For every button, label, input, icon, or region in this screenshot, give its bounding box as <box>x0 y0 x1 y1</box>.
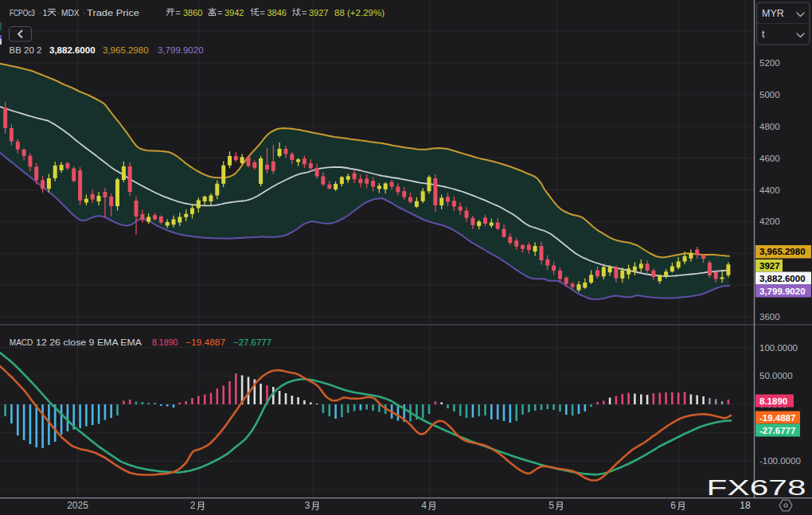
svg-text:·: · <box>57 8 61 18</box>
svg-text:5000: 5000 <box>759 90 780 99</box>
svg-text:5200: 5200 <box>759 58 780 68</box>
svg-text:3: 3 <box>305 500 310 511</box>
svg-text:·: · <box>83 8 86 18</box>
svg-text:4400: 4400 <box>759 185 780 195</box>
svg-text:100.0000: 100.0000 <box>759 343 798 353</box>
svg-text:8.1890: 8.1890 <box>152 337 178 347</box>
svg-text:MYR: MYR <box>762 8 784 19</box>
svg-text:−19.4887: −19.4887 <box>185 337 225 347</box>
svg-text:3846: 3846 <box>267 8 287 18</box>
svg-text:50.0000: 50.0000 <box>759 371 793 380</box>
svg-text:88 (+2.29%): 88 (+2.29%) <box>334 8 385 18</box>
svg-text:MDX: MDX <box>61 8 80 18</box>
svg-text:t: t <box>762 29 765 40</box>
svg-text:3,882.6000: 3,882.6000 <box>759 274 806 283</box>
svg-text:=: = <box>260 8 265 18</box>
svg-text:FCPOc3: FCPOc3 <box>10 8 35 18</box>
svg-text:3927: 3927 <box>309 8 329 18</box>
svg-text:=: = <box>302 8 306 18</box>
svg-text:BB 20 2: BB 20 2 <box>10 45 42 55</box>
svg-text:8.1890: 8.1890 <box>759 396 787 406</box>
svg-text:12 26 close 9 EMA EMA: 12 26 close 9 EMA EMA <box>36 337 142 347</box>
svg-text:MACD: MACD <box>10 337 33 347</box>
svg-text:-100.0000: -100.0000 <box>759 456 801 466</box>
svg-text:6: 6 <box>670 500 676 511</box>
svg-text:3,965.2980: 3,965.2980 <box>103 45 149 55</box>
svg-text:3,882.6000: 3,882.6000 <box>49 45 96 55</box>
svg-text:3600: 3600 <box>759 312 780 322</box>
svg-text:4800: 4800 <box>759 122 780 131</box>
svg-text:1: 1 <box>43 8 48 18</box>
svg-text:·: · <box>39 8 42 18</box>
svg-text:3860: 3860 <box>183 8 203 18</box>
svg-text:3942: 3942 <box>224 8 244 18</box>
svg-text:2025: 2025 <box>67 500 88 511</box>
svg-text:=: = <box>217 8 222 18</box>
svg-text:=: = <box>176 8 181 18</box>
svg-text:3927: 3927 <box>759 261 780 271</box>
svg-text:3,965.2980: 3,965.2980 <box>759 247 806 256</box>
svg-text:2: 2 <box>190 500 196 511</box>
svg-text:Trade Price: Trade Price <box>87 8 139 18</box>
svg-text:−27.6777: −27.6777 <box>233 337 271 347</box>
svg-text:4600: 4600 <box>759 154 780 163</box>
svg-text:5: 5 <box>548 500 554 511</box>
svg-text:18: 18 <box>740 500 751 511</box>
svg-text:FX678: FX678 <box>707 475 806 500</box>
svg-text:4: 4 <box>421 500 427 511</box>
svg-text:-19.4887: -19.4887 <box>759 413 795 423</box>
svg-text:3,799.9020: 3,799.9020 <box>158 45 204 55</box>
svg-text:-27.6777: -27.6777 <box>759 426 795 435</box>
svg-text:4200: 4200 <box>759 217 780 226</box>
svg-text:3,799.9020: 3,799.9020 <box>759 287 806 296</box>
